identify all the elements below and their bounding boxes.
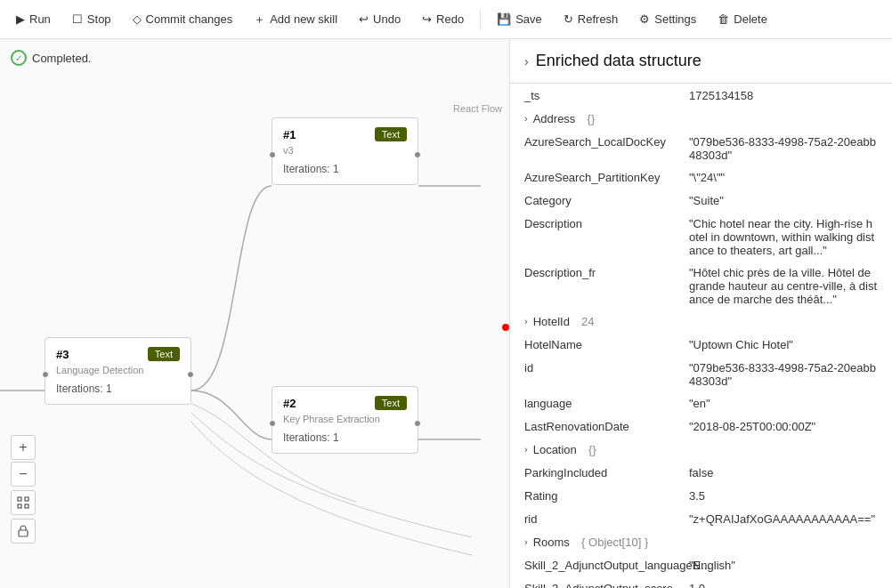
status-text: Completed.: [32, 52, 91, 65]
fit-icon: [17, 496, 29, 509]
node3-subtitle: Language Detection: [56, 365, 180, 375]
node1-header: #1 Text: [283, 127, 407, 141]
expandable-row[interactable]: › HotelId 24: [510, 310, 892, 333]
node3-output-dot: [187, 371, 194, 378]
fit-view-button[interactable]: [11, 490, 36, 515]
stop-button[interactable]: ☐ Stop: [63, 9, 120, 29]
svg-rect-2: [18, 504, 21, 508]
refresh-button[interactable]: ↻ Refresh: [555, 9, 628, 29]
undo-icon: ↩: [359, 12, 369, 26]
react-flow-label: React Flow: [453, 103, 502, 114]
stop-icon: ☐: [72, 12, 83, 26]
redo-icon: ↪: [422, 12, 432, 26]
status-icon: ✓: [11, 50, 27, 66]
data-value: 1.0: [689, 580, 878, 588]
data-key: AzureSearch_LocalDocKey: [524, 133, 689, 149]
data-row: Skill_2_AdjunctOutput_languageN... "Engl…: [510, 553, 892, 576]
flow-node-2[interactable]: #2 Text Key Phrase Extraction Iterations…: [272, 386, 418, 454]
data-row: Rating 3.5: [510, 484, 892, 507]
status-bar: ✓ Completed.: [11, 50, 91, 66]
zoom-controls: + −: [11, 435, 36, 544]
expand-suffix: {}: [580, 112, 595, 125]
zoom-in-button[interactable]: +: [11, 435, 36, 460]
node2-id: #2: [283, 397, 296, 410]
data-table[interactable]: _ts 1725134158 › Address {} AzureSearch_…: [510, 84, 892, 588]
node2-input-dot: [269, 420, 276, 427]
data-key: language: [524, 395, 689, 410]
node3-badge: Text: [148, 347, 180, 361]
data-value: "\"24\"": [689, 169, 878, 184]
save-button[interactable]: 💾 Save: [488, 9, 551, 29]
data-key: Skill_2_AdjunctOutput_score: [524, 580, 689, 588]
node1-input-dot: [269, 151, 276, 158]
expand-key: HotelId: [533, 315, 570, 328]
data-value: "079be536-8333-4998-75a2-20eabb48303d": [689, 359, 878, 388]
data-value: "Uptown Chic Hotel": [689, 336, 878, 351]
zoom-out-button[interactable]: −: [11, 462, 36, 487]
data-row: Description "Chic hotel near the city. H…: [510, 212, 892, 261]
add-skill-button[interactable]: ＋ Add new skill: [245, 8, 346, 31]
data-row: LastRenovationDate "2018-08-25T00:00:00Z…: [510, 415, 892, 438]
svg-rect-1: [25, 497, 28, 501]
connections-svg: [0, 39, 509, 588]
data-key: Description_fr: [524, 264, 689, 279]
node1-badge: Text: [375, 127, 407, 141]
svg-rect-0: [18, 497, 21, 501]
expand-key: Rooms: [533, 536, 570, 549]
node1-iterations: Iterations: 1: [283, 163, 407, 175]
data-value: "Chic hotel near the city. High-rise hot…: [689, 215, 878, 257]
node2-iterations: Iterations: 1: [283, 431, 407, 444]
expand-key: Address: [533, 112, 576, 125]
data-key: Description: [524, 215, 689, 230]
expand-suffix: 24: [575, 315, 595, 328]
run-button[interactable]: ▶ Run: [7, 9, 60, 29]
data-key: _ts: [524, 87, 689, 102]
flow-node-1[interactable]: #1 Text v3 Iterations: 1: [272, 117, 418, 185]
panel-chevron-icon: ›: [524, 54, 529, 68]
flow-node-3[interactable]: #3 Text Language Detection Iterations: 1: [45, 337, 191, 405]
settings-button[interactable]: ⚙ Settings: [630, 9, 705, 29]
node2-header: #2 Text: [283, 396, 407, 410]
data-row: _ts 1725134158: [510, 84, 892, 107]
expandable-row[interactable]: › Rooms { Object[10] }: [510, 530, 892, 553]
data-value: 1725134158: [689, 87, 878, 102]
delete-icon: 🗑: [718, 12, 729, 26]
node2-badge: Text: [375, 396, 407, 410]
panel-header: › Enriched data structure: [510, 39, 892, 84]
lock-button[interactable]: [11, 519, 36, 544]
data-row: id "079be536-8333-4998-75a2-20eabb48303d…: [510, 356, 892, 391]
expand-chevron-icon: ›: [524, 536, 528, 547]
redo-button[interactable]: ↪ Redo: [413, 9, 473, 29]
data-key: rid: [524, 511, 689, 526]
toolbar: ▶ Run ☐ Stop ◇ Commit changes ＋ Add new …: [0, 0, 892, 39]
data-value: "Hôtel chic près de la ville. Hôtel de g…: [689, 264, 878, 306]
data-key: LastRenovationDate: [524, 418, 689, 433]
data-value: "English": [689, 557, 878, 572]
commit-button[interactable]: ◇ Commit changes: [124, 9, 242, 29]
data-key: Rating: [524, 487, 689, 503]
data-row: AzureSearch_PartitionKey "\"24\"": [510, 165, 892, 189]
data-row: AzureSearch_LocalDocKey "079be536-8333-4…: [510, 130, 892, 165]
data-key: HotelName: [524, 336, 689, 351]
svg-rect-3: [25, 504, 28, 508]
main-area: ✓ Completed. React Flow #1 Te: [0, 39, 892, 588]
expandable-row[interactable]: › Address {}: [510, 107, 892, 130]
expand-suffix: {}: [582, 443, 596, 456]
node3-input-dot: [42, 371, 49, 378]
canvas-area[interactable]: ✓ Completed. React Flow #1 Te: [0, 39, 509, 588]
right-panel: › Enriched data structure _ts 1725134158…: [509, 39, 892, 588]
expand-key: Location: [533, 443, 577, 456]
data-value: "079be536-8333-4998-75a2-20eabb48303d": [689, 133, 878, 162]
data-row: Description_fr "Hôtel chic près de la vi…: [510, 261, 892, 310]
svg-rect-4: [19, 530, 28, 536]
expandable-row[interactable]: › Location {}: [510, 438, 892, 461]
node3-id: #3: [56, 348, 69, 361]
refresh-icon: ↻: [564, 12, 573, 26]
data-value: "en": [689, 395, 878, 410]
node3-header: #3 Text: [56, 347, 180, 361]
delete-button[interactable]: 🗑 Delete: [709, 9, 776, 29]
data-row: rid "z+QRAIJafXoGAAAAAAAAAAA==": [510, 507, 892, 530]
node1-version: v3: [283, 145, 407, 156]
expand-chevron-icon: ›: [524, 316, 528, 326]
undo-button[interactable]: ↩ Undo: [350, 9, 410, 29]
